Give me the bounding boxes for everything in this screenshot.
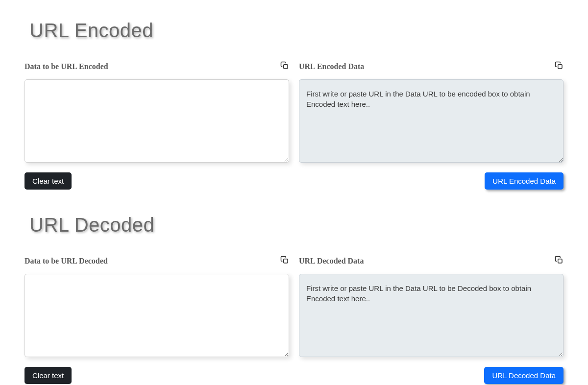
decoded-output-label: URL Decoded Data [299, 257, 364, 265]
decoded-output-panel: URL Decoded Data [299, 256, 564, 357]
svg-rect-2 [284, 259, 288, 263]
encoded-output-panel: URL Encoded Data [299, 61, 564, 163]
decoded-input-textarea[interactable] [24, 274, 289, 357]
decoded-section-title: URL Decoded [29, 214, 564, 236]
encoded-output-header: URL Encoded Data [299, 61, 564, 72]
clear-encoded-button[interactable]: Clear text [24, 172, 72, 190]
decoded-input-panel: Data to be URL Decoded [24, 256, 289, 357]
decoded-input-label: Data to be URL Decoded [24, 257, 108, 265]
decoded-output-header: URL Decoded Data [299, 256, 564, 266]
svg-rect-1 [558, 65, 562, 69]
encoded-input-header: Data to be URL Encoded [24, 61, 289, 72]
svg-rect-0 [284, 65, 288, 69]
clear-decoded-button[interactable]: Clear text [24, 367, 72, 384]
encoded-section-title: URL Encoded [29, 20, 564, 42]
svg-rect-3 [558, 259, 562, 263]
encoded-input-label: Data to be URL Encoded [24, 62, 108, 71]
url-decoded-section: URL Decoded Data to be URL Decoded URL D… [24, 214, 564, 384]
encoded-panels-row: Data to be URL Encoded URL Encoded Data [24, 61, 564, 163]
copy-icon[interactable] [280, 61, 289, 72]
copy-icon[interactable] [555, 61, 564, 72]
encoded-output-textarea[interactable] [299, 79, 564, 163]
url-encoded-section: URL Encoded Data to be URL Encoded URL E… [24, 20, 564, 190]
decoded-output-textarea[interactable] [299, 274, 564, 357]
encoded-input-panel: Data to be URL Encoded [24, 61, 289, 163]
encoded-output-label: URL Encoded Data [299, 62, 364, 71]
encoded-buttons-row: Clear text URL Encoded Data [24, 172, 564, 190]
copy-icon[interactable] [555, 256, 564, 266]
encoded-input-textarea[interactable] [24, 79, 289, 163]
decoded-panels-row: Data to be URL Decoded URL Decoded Data [24, 256, 564, 357]
decoded-input-header: Data to be URL Decoded [24, 256, 289, 266]
decode-action-button[interactable]: URL Decoded Data [484, 367, 564, 384]
copy-icon[interactable] [280, 256, 289, 266]
decoded-buttons-row: Clear text URL Decoded Data [24, 367, 564, 384]
encode-action-button[interactable]: URL Encoded Data [485, 172, 564, 190]
